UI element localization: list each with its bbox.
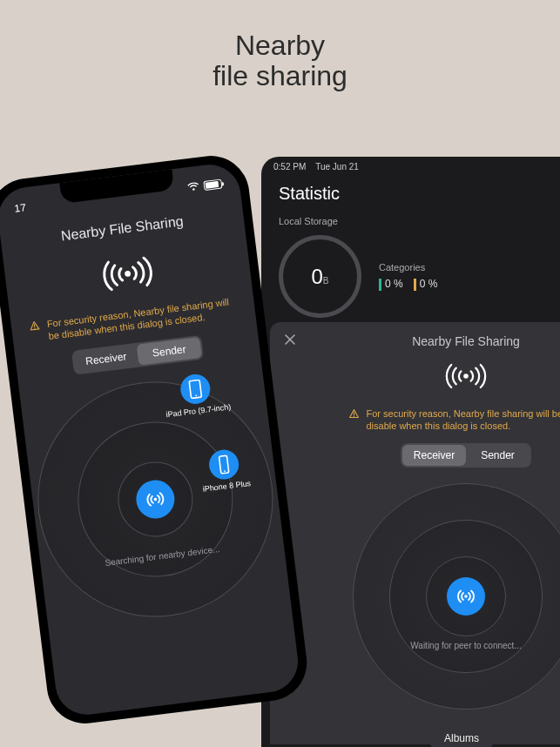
categories-block: Categories 0 % 0 %	[379, 262, 437, 291]
broadcast-icon	[284, 359, 560, 397]
iphone-screen: 17 Nearby File Sharing	[0, 161, 301, 718]
heading-line1: Nearby	[0, 30, 560, 61]
categories-label: Categories	[379, 262, 437, 273]
segment-sender[interactable]: Sender	[137, 337, 202, 366]
mode-segmented-control[interactable]: Receiver Sender	[71, 334, 204, 374]
segment-receiver[interactable]: Receiver	[402, 445, 466, 466]
svg-point-15	[196, 394, 198, 396]
iphone-time: 17	[14, 201, 27, 215]
wifi-icon	[186, 182, 199, 192]
pct2: 0 %	[420, 278, 438, 290]
segment-receiver[interactable]: Receiver	[73, 344, 138, 373]
gauge-value: 0	[311, 265, 322, 289]
battery-icon	[203, 178, 222, 190]
albums-button[interactable]: Albums	[428, 726, 495, 747]
broadcast-small-icon	[144, 488, 167, 511]
categories-percent-row: 0 % 0 %	[379, 278, 437, 291]
radar-area: Waiting for peer to connect...	[353, 483, 560, 710]
modal-title: Nearby File Sharing	[284, 334, 560, 348]
bottom-bar: Albums	[261, 726, 560, 747]
radar-area: iPad Pro (9.7-inch) iPhone 8 Plus Search…	[24, 368, 287, 630]
tablet-icon	[187, 379, 204, 400]
device-ipad-pro[interactable]: iPad Pro (9.7-inch)	[161, 370, 231, 419]
radar-status-text: Waiting for peer to connect...	[410, 641, 521, 650]
svg-point-13	[153, 497, 157, 501]
warning-triangle-icon	[348, 408, 360, 420]
svg-point-10	[125, 271, 132, 278]
security-warning: For security reason, Nearby file sharing…	[284, 407, 560, 433]
svg-point-5	[464, 595, 468, 598]
ipad-time: 0:52 PM	[273, 162, 306, 172]
modal-header: Nearby File Sharing	[284, 334, 560, 348]
heading-line2: file sharing	[0, 61, 560, 91]
warning-triangle-icon	[28, 320, 40, 332]
svg-rect-14	[190, 380, 202, 398]
warning-text: For security reason, Nearby file sharing…	[367, 407, 561, 433]
statistic-title: Statistic	[261, 177, 560, 216]
radar-core-button[interactable]	[447, 577, 485, 616]
pct1: 0 %	[385, 278, 403, 290]
ipad-status-bar: 0:52 PM Tue Jun 21 •••	[261, 157, 560, 177]
svg-point-12	[34, 327, 35, 328]
svg-point-2	[463, 374, 469, 379]
segment-sender[interactable]: Sender	[466, 445, 530, 466]
ipad-date: Tue Jun 21	[315, 162, 359, 172]
svg-point-17	[224, 470, 226, 472]
nearby-sharing-modal: Nearby File Sharing For	[270, 322, 560, 744]
svg-point-4	[353, 416, 354, 417]
storage-gauge-area: 0 B Categories 0 % 0 %	[261, 235, 560, 335]
promo-heading: Nearby file sharing	[0, 0, 560, 91]
close-icon[interactable]	[284, 333, 296, 349]
phone-icon	[217, 454, 232, 474]
svg-point-9	[192, 188, 195, 191]
gauge-unit: B	[323, 276, 329, 286]
svg-rect-16	[219, 455, 229, 474]
local-storage-label: Local Storage	[261, 216, 560, 235]
broadcast-small-icon	[455, 586, 476, 607]
mode-segmented-control[interactable]: Receiver Sender	[401, 443, 531, 468]
device-iphone-8-plus[interactable]: iPhone 8 Plus	[199, 447, 252, 493]
storage-gauge: 0 B	[279, 235, 361, 318]
